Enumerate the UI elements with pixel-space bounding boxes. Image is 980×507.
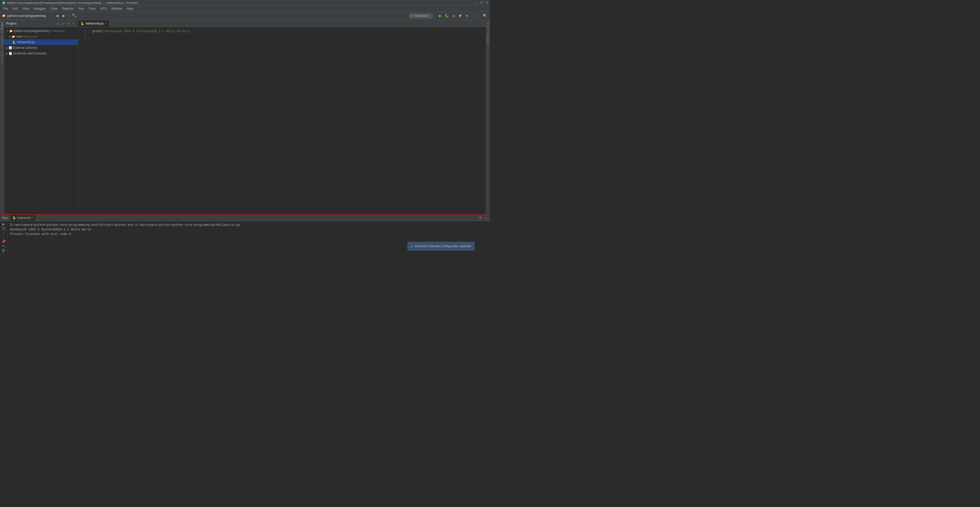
run-output-line-2: Windows10 1903 & Pycharm2019.2.1 Hello W… <box>10 227 487 232</box>
tab-python-icon: 🐍 <box>81 22 84 25</box>
sidebar-item-project[interactable]: 1: Project <box>0 21 4 34</box>
menu-help[interactable]: Help <box>125 6 135 11</box>
panel-location-button[interactable]: ◎ <box>56 21 60 26</box>
run-print-button[interactable]: 🖨 <box>1 248 6 252</box>
external-libs-icon: 📊 <box>9 46 12 49</box>
run-toolbar: ▶ ⬛ ↑ ↓ 📌 ≡ 🖨 🗑 <box>0 221 7 254</box>
panel-settings-button[interactable]: ⚙ <box>66 21 71 26</box>
menu-window[interactable]: Window <box>109 6 124 11</box>
run-label: Run: <box>2 216 8 220</box>
project-panel-icon: 📁 <box>2 14 6 18</box>
database-panel-tab[interactable]: Database <box>486 32 490 46</box>
venv-label: venv <box>16 35 23 38</box>
debug-button[interactable]: 🐛 <box>444 13 450 19</box>
menu-file[interactable]: File <box>1 6 10 11</box>
panel-close-button[interactable]: ✕ <box>71 21 76 26</box>
profile-button[interactable]: ⚡ <box>457 13 463 19</box>
tab-close-button[interactable]: × <box>105 22 107 25</box>
svg-text:P: P <box>3 2 4 4</box>
external-label: External Libraries <box>13 46 37 49</box>
window-controls: — ❐ ✕ <box>474 1 488 4</box>
toolbar-run-section: ▶ 🐛 ◎ ⚡ ≋ ⬛ <box>437 13 476 19</box>
tab-label: helloworld.py <box>86 22 103 25</box>
editor-tabs: 🐍 helloworld.py × <box>78 20 486 27</box>
run-resume-button[interactable]: ▶ <box>1 222 6 226</box>
code-token-string: "Windows10 1903 & Pycharm2019.2.1 Hello … <box>103 30 188 33</box>
helloworld-label: helloworld.py <box>17 40 35 44</box>
code-token-paren-close: ) <box>188 30 189 33</box>
run-output-line-1: D:\workspace\python\python-core-programm… <box>10 223 487 227</box>
run-config-icon: ▶ <box>411 14 414 18</box>
scratches-arrow-icon: ▶ <box>6 52 8 55</box>
menu-refactor[interactable]: Refactor <box>60 6 76 11</box>
run-wrap-button[interactable]: ≡ <box>1 244 6 248</box>
toolbar: 📁 python-core-programming › ◀ ▶ 🔨 ▶ hell… <box>0 12 490 20</box>
menu-view[interactable]: View <box>21 6 31 11</box>
menu-run[interactable]: Run <box>76 6 86 11</box>
menu-edit[interactable]: Edit <box>11 6 20 11</box>
root-path: D:\Workspa <box>50 29 65 32</box>
maximize-button[interactable]: ❐ <box>480 1 483 4</box>
title-bar: P python-core-programming [D:\workspace\… <box>0 0 490 6</box>
editor-tab-helloworld[interactable]: 🐍 helloworld.py × <box>78 20 110 27</box>
concurrency-button[interactable]: ≋ <box>464 13 470 19</box>
python-file-icon: 🐍 <box>12 41 16 44</box>
code-token-fn: print <box>92 30 102 33</box>
run-pin-button[interactable]: 📌 <box>1 239 6 243</box>
tree-item-external-libs[interactable]: ▶ 📊 External Libraries <box>4 45 78 51</box>
panel-collapse-button[interactable]: ⇄ <box>61 21 65 26</box>
run-panel-tabs: Run: 🐍 helloworld × ⚙ — <box>0 215 490 221</box>
coverage-button[interactable]: ◎ <box>450 13 457 19</box>
menu-tools[interactable]: Tools <box>86 6 98 11</box>
scview-panel-tab[interactable]: SciView <box>486 20 490 32</box>
menu-navigate[interactable]: Navigate <box>32 6 48 11</box>
close-button[interactable]: ✕ <box>486 1 488 4</box>
back-button[interactable]: ◀ <box>54 13 60 19</box>
venv-arrow-icon: ▶ <box>9 35 11 38</box>
search-everywhere-button[interactable]: 🔍 <box>482 13 488 19</box>
minimize-button[interactable]: — <box>474 1 477 4</box>
menu-bar: File Edit View Navigate Code Refactor Ru… <box>0 6 490 12</box>
scratches-label: Scratches and Consoles <box>13 52 46 55</box>
window-title: python-core-programming [D:\workspace\py… <box>7 1 138 4</box>
sidebar-item-favorites[interactable]: 2: Favorites <box>0 34 4 49</box>
run-configuration[interactable]: ▶ helloworld ▾ <box>409 13 433 18</box>
title-bar-left: P python-core-programming [D:\workspace\… <box>2 1 138 5</box>
run-tab-helloworld[interactable]: 🐍 helloworld × <box>11 215 35 221</box>
line-number-2: 2 <box>78 34 86 38</box>
sidebar-item-structure[interactable]: 7: Structure <box>0 50 4 65</box>
notification-toast: ℹ Windows Defender configuration updated <box>407 242 475 250</box>
run-button[interactable]: ▶ <box>437 13 443 19</box>
project-panel-title: Project <box>6 22 17 25</box>
run-tab-icon: 🐍 <box>13 216 16 219</box>
menu-code[interactable]: Code <box>48 6 60 11</box>
tree-item-venv[interactable]: ▶ 📁 venv library root <box>4 34 78 39</box>
root-folder-icon: 📁 <box>9 29 13 33</box>
tree-item-root[interactable]: ▼ 📁 python-core-programming D:\Workspa <box>4 28 78 34</box>
run-stop-button[interactable]: ⬛ <box>1 226 6 230</box>
build-button[interactable]: 🔨 <box>71 13 77 19</box>
scratches-icon: 📄 <box>9 52 12 55</box>
toolbar-separator-1 <box>52 13 52 18</box>
project-panel-header: Project ◎ ⇄ ⚙ ✕ <box>4 20 78 27</box>
run-tab-label: helloworld <box>17 216 31 220</box>
run-minimize-button[interactable]: — <box>484 216 488 220</box>
run-trash-button[interactable]: 🗑 <box>1 253 6 254</box>
breadcrumb-separator: › <box>47 14 48 18</box>
forward-button[interactable]: ▶ <box>61 13 67 19</box>
pycharm-logo-icon: P <box>2 1 6 5</box>
run-scroll-up-button[interactable]: ↑ <box>1 231 6 235</box>
run-scroll-down-button[interactable]: ↓ <box>1 235 6 239</box>
notification-text: Windows Defender configuration updated <box>415 244 471 248</box>
run-tab-close-button[interactable]: × <box>32 216 33 219</box>
tree-item-scratches[interactable]: ▶ 📄 Scratches and Consoles <box>4 51 78 56</box>
stop-button[interactable]: ⬛ <box>470 13 476 19</box>
external-arrow-icon: ▶ <box>6 46 8 49</box>
run-settings-button[interactable]: ⚙ <box>479 215 482 220</box>
toolbar-separator-3 <box>435 13 435 18</box>
tree-item-helloworld[interactable]: 🐍 helloworld.py <box>4 39 78 45</box>
code-line-1: print("Windows10 1903 & Pycharm2019.2.1 … <box>92 29 482 34</box>
menu-vcs[interactable]: VCS <box>98 6 109 11</box>
toolbar-separator-2 <box>69 13 69 18</box>
venv-sub-label: library root <box>24 35 37 38</box>
